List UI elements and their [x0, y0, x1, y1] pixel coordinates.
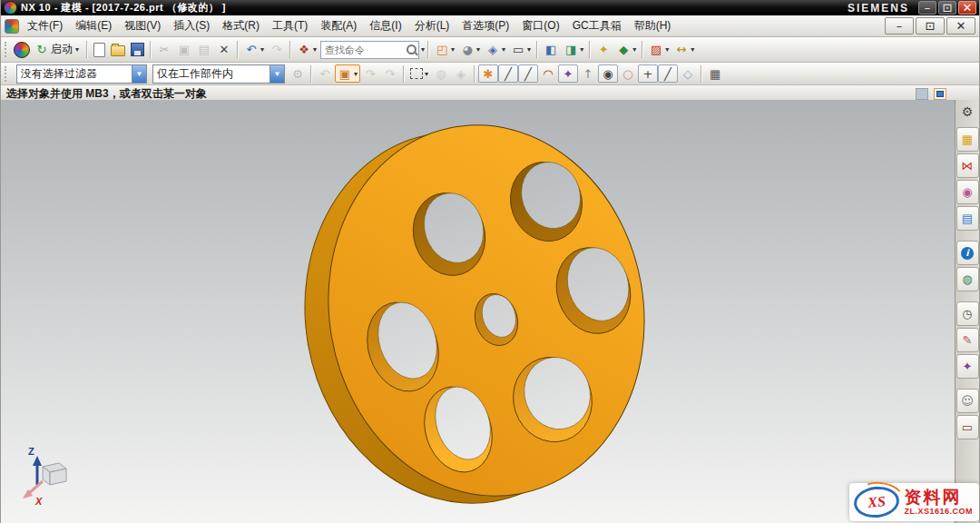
- snap-tangent-icon[interactable]: ◠: [538, 64, 558, 83]
- reuse-library-tab[interactable]: ▤: [956, 206, 979, 231]
- open-file-button[interactable]: [108, 41, 128, 58]
- help-menu[interactable]: 帮助(H): [628, 16, 678, 35]
- command-finder-search[interactable]: [320, 41, 419, 59]
- assembly-constraints-button[interactable]: ◆▾: [613, 41, 639, 59]
- section-view-button[interactable]: ▨▾: [646, 41, 671, 59]
- resource-bar-options-icon[interactable]: ⚙: [962, 104, 974, 119]
- minimize-button[interactable]: –: [918, 1, 936, 15]
- roles-tab[interactable]: ✎: [956, 328, 979, 352]
- search-dropdown-icon[interactable]: ▾: [421, 45, 425, 54]
- analysis-menu[interactable]: 分析(L): [408, 16, 456, 35]
- title-bar[interactable]: NX 10 - 建模 - [2017-7-26.prt （修改的） ] SIEM…: [1, 0, 979, 15]
- user-tools-tab-glyph: ☺: [960, 394, 975, 409]
- snap-enable-button[interactable]: ✱: [478, 64, 498, 83]
- graphics-window[interactable]: Z X: [1, 100, 979, 523]
- format-menu[interactable]: 格式(R): [216, 16, 266, 35]
- measure-distance-button[interactable]: ↔▾: [671, 41, 697, 59]
- snap-point-on-curve-button[interactable]: ✦: [558, 64, 578, 83]
- menu-app-icon[interactable]: [5, 19, 19, 34]
- separator: [427, 41, 429, 58]
- selection-scope-combo[interactable]: 仅在工作部件内 ▼: [152, 64, 285, 84]
- snap-intersection-button[interactable]: +: [638, 64, 658, 83]
- shaded-with-edges-button-dropdown[interactable]: ▾: [476, 45, 480, 54]
- user-tools-tab[interactable]: ☺: [956, 389, 979, 413]
- graphics-canvas[interactable]: Z X: [1, 100, 979, 523]
- view-menu[interactable]: 视图(V): [118, 16, 167, 35]
- mdi-restore-button-glyph: ⊡: [923, 19, 937, 34]
- search-input[interactable]: [323, 44, 407, 56]
- fit-view-button-dropdown[interactable]: ▾: [451, 45, 455, 54]
- insert-menu[interactable]: 插入(S): [167, 16, 216, 35]
- move-object-button[interactable]: ✦: [593, 41, 613, 59]
- select-rect-button-dropdown[interactable]: ▾: [425, 70, 428, 78]
- shaded-with-edges-button[interactable]: ◕▾: [457, 41, 483, 59]
- show-button[interactable]: ◧: [541, 41, 561, 59]
- dialog-rail-icon[interactable]: [934, 88, 946, 100]
- edit-menu[interactable]: 编辑(E): [69, 16, 118, 35]
- toolbar-grip[interactable]: [5, 66, 10, 82]
- nx-application-window: NX 10 - 建模 - [2017-7-26.prt （修改的） ] SIEM…: [0, 0, 980, 523]
- mdi-minimize-button[interactable]: –: [885, 17, 914, 35]
- web-browser-tab[interactable]: ◍: [956, 267, 979, 291]
- preferences-menu-label: 首选项(P): [462, 18, 509, 34]
- snap-pole-icon[interactable]: ↑: [578, 64, 598, 83]
- open-file-button-glyph: [111, 45, 125, 56]
- repeat-command-button[interactable]: ❖▾: [294, 41, 319, 59]
- insert-menu-label: 插入(S): [173, 18, 210, 34]
- toolbar-grip[interactable]: [5, 42, 10, 57]
- assemblies-menu[interactable]: 装配(A): [314, 16, 363, 35]
- selection-scope-dropdown-icon[interactable]: ▼: [270, 65, 284, 83]
- point-dialog-button[interactable]: ▣▾: [335, 64, 360, 83]
- close-button[interactable]: ✕: [958, 1, 976, 15]
- copy-button: ▣: [174, 41, 194, 59]
- measure-distance-button-dropdown[interactable]: ▾: [691, 45, 694, 54]
- select-rect-button[interactable]: ▾: [407, 66, 431, 81]
- snap-quadrant-icon[interactable]: ○: [618, 64, 638, 83]
- hd3d-tools-tab[interactable]: i: [956, 241, 979, 265]
- new-file-button[interactable]: [91, 41, 108, 59]
- selection-filter-dropdown-icon[interactable]: ▼: [132, 65, 146, 83]
- part-navigator-tab-glyph: ◉: [960, 185, 975, 200]
- show-hide-button-dropdown[interactable]: ▾: [580, 45, 583, 54]
- undo-button[interactable]: ↶▾: [241, 41, 267, 59]
- window-select-button-dropdown[interactable]: ▾: [527, 45, 531, 54]
- undo-button-dropdown[interactable]: ▾: [260, 45, 264, 54]
- save-button[interactable]: [128, 41, 147, 58]
- delete-button[interactable]: ✕: [214, 41, 234, 59]
- part-navigator-tab[interactable]: ◉: [956, 180, 979, 204]
- start-dropdown-icon[interactable]: ▾: [75, 45, 79, 54]
- repeat-command-button-dropdown[interactable]: ▾: [313, 45, 317, 54]
- fit-view-button[interactable]: ◰▾: [432, 41, 457, 59]
- mdi-close-button[interactable]: ✕: [946, 17, 975, 35]
- clip-board-icon[interactable]: [916, 88, 928, 100]
- grid-snap-icon[interactable]: ▦: [705, 64, 725, 83]
- assembly-constraints-button-dropdown[interactable]: ▾: [632, 45, 636, 54]
- snap-midpoint-button[interactable]: ╱: [518, 64, 538, 83]
- snap-existing-point-button[interactable]: ╱: [658, 64, 678, 83]
- search-icon[interactable]: [407, 44, 416, 54]
- window-tab[interactable]: ▭: [956, 415, 979, 439]
- selection-filter-combo[interactable]: 没有选择过滤器 ▼: [16, 64, 147, 84]
- file-menu[interactable]: 文件(F): [21, 16, 69, 35]
- preferences-menu[interactable]: 首选项(P): [456, 16, 515, 35]
- snap-endpoint-button[interactable]: ╱: [498, 64, 518, 83]
- start-button[interactable]: ↻ 启动 ▾: [30, 40, 83, 59]
- section-view-button-dropdown[interactable]: ▾: [665, 45, 669, 54]
- window-select-button[interactable]: ▭▾: [508, 41, 534, 59]
- gc-toolbox-menu[interactable]: GC工具箱: [566, 16, 628, 35]
- isometric-view-button-dropdown[interactable]: ▾: [502, 45, 505, 54]
- constraint-navigator-tab[interactable]: ⋈: [956, 153, 979, 178]
- assembly-navigator-tab[interactable]: ▦: [956, 127, 979, 152]
- history-tab[interactable]: ◷: [956, 301, 979, 326]
- scene-pin-tab[interactable]: ✦: [956, 354, 979, 379]
- snap-center-button[interactable]: ◉: [598, 64, 618, 83]
- information-menu[interactable]: 信息(I): [363, 16, 407, 35]
- tools-menu[interactable]: 工具(T): [266, 16, 314, 35]
- snap-face-icon[interactable]: ◇: [678, 64, 698, 83]
- show-hide-button[interactable]: ◨▾: [561, 41, 586, 59]
- point-dialog-button-dropdown[interactable]: ▾: [354, 70, 358, 78]
- isometric-view-button[interactable]: ◈▾: [483, 41, 508, 59]
- window-menu[interactable]: 窗口(O): [515, 16, 565, 35]
- mdi-restore-button[interactable]: ⊡: [916, 17, 945, 35]
- restore-button[interactable]: ⊡: [938, 1, 956, 15]
